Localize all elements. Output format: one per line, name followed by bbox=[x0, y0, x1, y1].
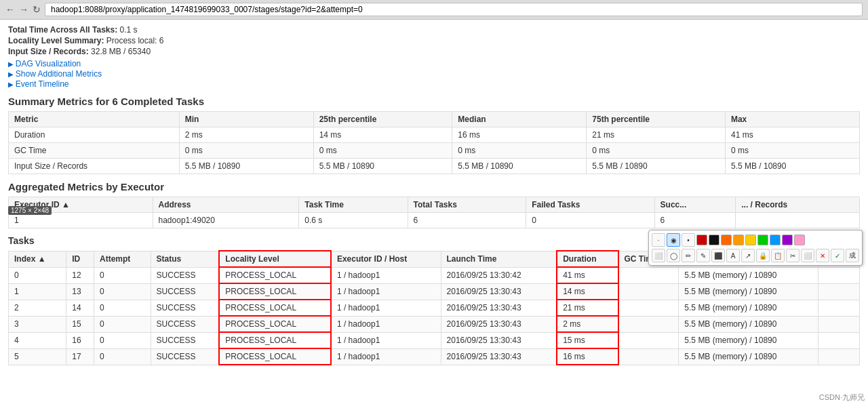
task-cell-0-2: 0 bbox=[94, 267, 151, 283]
task-col-index[interactable]: Index ▲ bbox=[9, 251, 66, 267]
toolbar-row-1: · ◉ • bbox=[652, 233, 859, 247]
dag-visualization-link[interactable]: DAG Visualization bbox=[8, 59, 860, 68]
summary-cell-1-5: 0 ms bbox=[725, 143, 859, 159]
toolbar-pen-btn[interactable]: ✏ bbox=[682, 249, 695, 262]
exec-cell-0-2: 0.6 s bbox=[299, 213, 408, 228]
summary-cell-2-2: 5.5 MB / 10890 bbox=[313, 159, 452, 174]
summary-col-25th: 25th percentile bbox=[313, 112, 452, 127]
task-cell-2-2: 0 bbox=[94, 300, 151, 316]
task-cell-0-7: 41 ms bbox=[557, 267, 618, 283]
toolbar-text-btn[interactable]: A bbox=[726, 249, 740, 262]
color-green[interactable] bbox=[757, 235, 768, 245]
toolbar-close-btn[interactable]: ✕ bbox=[816, 249, 829, 262]
task-col-status[interactable]: Status bbox=[151, 251, 219, 267]
color-pink[interactable] bbox=[794, 235, 805, 245]
task-cell-5-3: SUCCESS bbox=[151, 348, 219, 365]
locality-value: Process local: 6 bbox=[106, 36, 164, 45]
summary-cell-1-3: 0 ms bbox=[452, 143, 587, 159]
back-button[interactable]: ← bbox=[5, 4, 15, 15]
task-cell-4-6: 2016/09/25 13:30:43 bbox=[441, 332, 557, 348]
task-cell-0-9: 5.5 MB (memory) / 10890 bbox=[679, 267, 818, 283]
toolbar-dot-btn[interactable]: • bbox=[682, 233, 695, 247]
refresh-button[interactable]: ↻ bbox=[33, 4, 41, 15]
task-cell-4-0: 4 bbox=[9, 332, 66, 348]
task-cell-1-0: 1 bbox=[9, 283, 66, 300]
task-cell-0-10 bbox=[818, 267, 859, 283]
task-cell-4-4: PROCESS_LOCAL bbox=[219, 332, 331, 348]
exec-col-failed: Failed Tasks bbox=[526, 197, 654, 213]
toolbar-row-2: ⬜ ◯ ✏ ✎ ⬛ A ↗ 🔒 📋 ✂ ⬜ ✕ ✓ 成 bbox=[652, 249, 859, 262]
toolbar-lock-btn[interactable]: 🔒 bbox=[756, 249, 770, 262]
color-purple[interactable] bbox=[782, 235, 793, 245]
exec-col-address: Address bbox=[153, 197, 299, 213]
url-bar[interactable] bbox=[45, 3, 863, 16]
toolbar-done-btn[interactable]: 成 bbox=[846, 249, 859, 262]
task-cell-4-3: SUCCESS bbox=[151, 332, 219, 348]
event-timeline-link[interactable]: Event Timeline bbox=[8, 79, 860, 89]
toolbar-confirm-btn[interactable]: ✓ bbox=[831, 249, 844, 262]
additional-metrics-link[interactable]: Show Additional Metrics bbox=[8, 69, 860, 79]
task-cell-1-9: 5.5 MB (memory) / 10890 bbox=[679, 283, 818, 300]
task-cell-0-0: 0 bbox=[9, 267, 66, 283]
color-orange[interactable] bbox=[721, 235, 732, 245]
toolbar-circle-btn[interactable]: ◉ bbox=[667, 233, 680, 247]
browser-bar: ← → ↻ bbox=[0, 0, 868, 20]
task-col-attempt[interactable]: Attempt bbox=[94, 251, 151, 267]
toolbar-cut-btn[interactable]: ✂ bbox=[786, 249, 800, 262]
aggregated-title: Aggregated Metrics by Executor bbox=[8, 181, 860, 193]
color-amber[interactable] bbox=[733, 235, 744, 245]
task-cell-1-4: PROCESS_LOCAL bbox=[219, 283, 331, 300]
task-cell-1-3: SUCCESS bbox=[151, 283, 219, 300]
summary-metrics-table: Metric Min 25th percentile Median 75th p… bbox=[8, 111, 860, 174]
summary-cell-1-2: 0 ms bbox=[313, 143, 452, 159]
task-cell-2-3: SUCCESS bbox=[151, 300, 219, 316]
task-cell-1-2: 0 bbox=[94, 283, 151, 300]
task-cell-4-5: 1 / hadoop1 bbox=[331, 332, 441, 348]
color-yellow[interactable] bbox=[745, 235, 756, 245]
task-cell-5-5: 1 / hadoop1 bbox=[331, 348, 441, 365]
task-cell-0-5: 1 / hadoop1 bbox=[331, 267, 441, 283]
task-cell-0-8 bbox=[618, 267, 679, 283]
summary-cell-0-2: 14 ms bbox=[313, 127, 452, 143]
summary-title: Summary Metrics for 6 Completed Tasks bbox=[8, 96, 860, 107]
summary-cell-2-4: 5.5 MB / 10890 bbox=[587, 159, 726, 174]
toolbar-oval-btn[interactable]: ◯ bbox=[667, 249, 680, 262]
tasks-table: Index ▲ ID Attempt Status Locality Level… bbox=[8, 250, 860, 365]
locality-line: Locality Level Summary: Process local: 6 bbox=[8, 36, 860, 45]
executor-table: Executor ID ▲ Address Task Time Total Ta… bbox=[8, 197, 860, 228]
color-red[interactable] bbox=[696, 235, 707, 245]
toolbar-select-btn[interactable]: · bbox=[652, 233, 665, 247]
task-col-id[interactable]: ID bbox=[66, 251, 94, 267]
task-cell-2-5: 1 / hadoop1 bbox=[331, 300, 441, 316]
total-time-line: Total Time Across All Tasks: 0.1 s bbox=[8, 25, 860, 35]
task-cell-5-4: PROCESS_LOCAL bbox=[219, 348, 331, 365]
toolbar-rect-btn[interactable]: ⬜ bbox=[652, 249, 665, 262]
task-col-locality[interactable]: Locality Level bbox=[219, 251, 331, 267]
toolbar-box-btn[interactable]: ⬜ bbox=[801, 249, 814, 262]
task-cell-2-1: 14 bbox=[66, 300, 94, 316]
summary-cell-0-5: 41 ms bbox=[725, 127, 859, 143]
summary-col-median: Median bbox=[452, 112, 587, 127]
exec-cell-0-6 bbox=[736, 213, 860, 228]
exec-cell-0-1: hadoop1:49020 bbox=[153, 213, 299, 228]
summary-cell-1-4: 0 ms bbox=[587, 143, 726, 159]
task-cell-1-10 bbox=[818, 283, 859, 300]
color-black[interactable] bbox=[709, 235, 719, 245]
toolbar-arrow-btn[interactable]: ↗ bbox=[741, 249, 755, 262]
task-cell-5-8 bbox=[618, 348, 679, 365]
task-cell-3-3: SUCCESS bbox=[151, 316, 219, 332]
task-col-executor[interactable]: Executor ID / Host bbox=[331, 251, 441, 267]
summary-cell-2-0: Input Size / Records bbox=[9, 159, 180, 174]
forward-button[interactable]: → bbox=[19, 4, 28, 15]
task-col-duration[interactable]: Duration bbox=[557, 251, 618, 267]
links-section: DAG Visualization Show Additional Metric… bbox=[8, 59, 860, 89]
toolbar-eraser-btn[interactable]: ⬛ bbox=[711, 249, 725, 262]
toolbar-clipboard-btn[interactable]: 📋 bbox=[771, 249, 785, 262]
task-cell-2-9: 5.5 MB (memory) / 10890 bbox=[679, 300, 818, 316]
summary-cell-1-1: 0 ms bbox=[179, 143, 313, 159]
exec-col-total-tasks: Total Tasks bbox=[408, 197, 526, 213]
task-cell-2-8 bbox=[618, 300, 679, 316]
color-blue[interactable] bbox=[770, 235, 781, 245]
toolbar-pencil-btn[interactable]: ✎ bbox=[696, 249, 710, 262]
task-col-launch[interactable]: Launch Time bbox=[441, 251, 557, 267]
